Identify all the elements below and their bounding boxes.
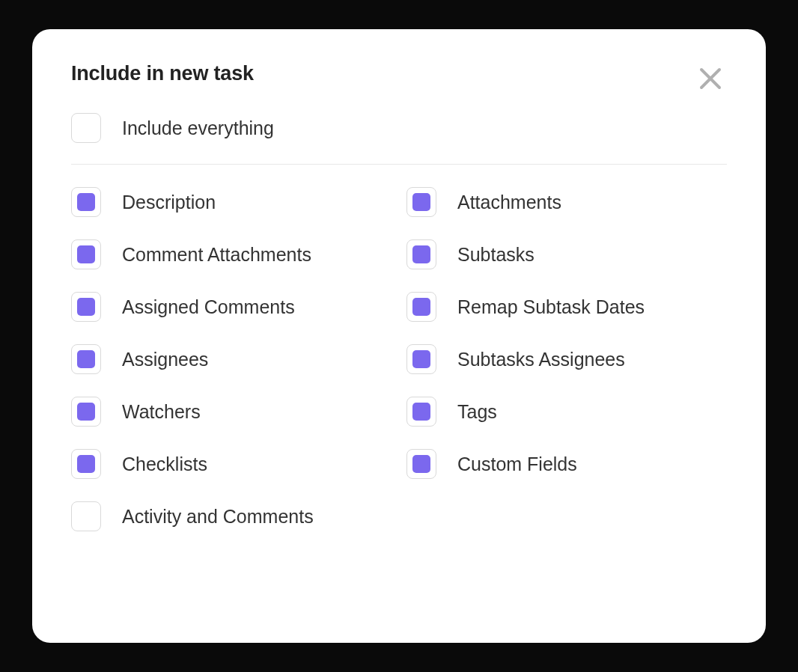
divider: [71, 164, 727, 165]
option-remap-subtask-dates: Remap Subtask Dates: [406, 292, 727, 322]
option-assignees-checkbox[interactable]: [71, 344, 101, 374]
option-remap-subtask-dates-checkbox[interactable]: [406, 292, 436, 322]
option-comment-attachments: Comment Attachments: [71, 239, 392, 269]
option-activity-and-comments-checkbox[interactable]: [71, 501, 101, 531]
option-attachments-label[interactable]: Attachments: [457, 192, 561, 213]
option-attachments: Attachments: [406, 187, 727, 217]
option-description-label[interactable]: Description: [122, 192, 216, 213]
option-activity-and-comments-label[interactable]: Activity and Comments: [122, 506, 314, 528]
include-everything-row: Include everything: [71, 113, 727, 143]
options-left-column: Description Comment Attachments Assigned…: [71, 187, 392, 554]
option-watchers-label[interactable]: Watchers: [122, 401, 201, 423]
option-activity-and-comments: Activity and Comments: [71, 501, 392, 531]
include-in-new-task-dialog: Include in new task Include everything D…: [32, 29, 766, 643]
option-subtasks-checkbox[interactable]: [406, 239, 436, 269]
option-assignees-label[interactable]: Assignees: [122, 349, 208, 370]
option-checklists-label[interactable]: Checklists: [122, 453, 207, 475]
option-subtasks-assignees-checkbox[interactable]: [406, 344, 436, 374]
option-tags: Tags: [406, 397, 727, 427]
close-icon: [697, 65, 724, 92]
option-custom-fields-label[interactable]: Custom Fields: [457, 453, 577, 475]
option-description-checkbox[interactable]: [71, 187, 101, 217]
option-tags-label[interactable]: Tags: [457, 401, 497, 423]
include-everything-checkbox[interactable]: [71, 113, 101, 143]
option-comment-attachments-checkbox[interactable]: [71, 239, 101, 269]
option-subtasks-label[interactable]: Subtasks: [457, 244, 534, 266]
option-assigned-comments-checkbox[interactable]: [71, 292, 101, 322]
close-button[interactable]: [694, 62, 727, 95]
options-grid: Description Comment Attachments Assigned…: [71, 187, 727, 554]
option-custom-fields: Custom Fields: [406, 449, 727, 479]
options-right-column: Attachments Subtasks Remap Subtask Dates…: [406, 187, 727, 554]
option-remap-subtask-dates-label[interactable]: Remap Subtask Dates: [457, 296, 645, 318]
option-checklists-checkbox[interactable]: [71, 449, 101, 479]
option-subtasks-assignees: Subtasks Assignees: [406, 344, 727, 374]
option-assignees: Assignees: [71, 344, 392, 374]
option-attachments-checkbox[interactable]: [406, 187, 436, 217]
dialog-header: Include in new task: [71, 62, 727, 95]
dialog-title: Include in new task: [71, 62, 254, 85]
option-assigned-comments-label[interactable]: Assigned Comments: [122, 296, 295, 318]
option-subtasks: Subtasks: [406, 239, 727, 269]
option-subtasks-assignees-label[interactable]: Subtasks Assignees: [457, 349, 625, 370]
option-watchers-checkbox[interactable]: [71, 397, 101, 427]
option-comment-attachments-label[interactable]: Comment Attachments: [122, 244, 311, 266]
option-watchers: Watchers: [71, 397, 392, 427]
option-description: Description: [71, 187, 392, 217]
include-everything-label[interactable]: Include everything: [122, 117, 274, 139]
option-assigned-comments: Assigned Comments: [71, 292, 392, 322]
option-custom-fields-checkbox[interactable]: [406, 449, 436, 479]
option-tags-checkbox[interactable]: [406, 397, 436, 427]
option-checklists: Checklists: [71, 449, 392, 479]
